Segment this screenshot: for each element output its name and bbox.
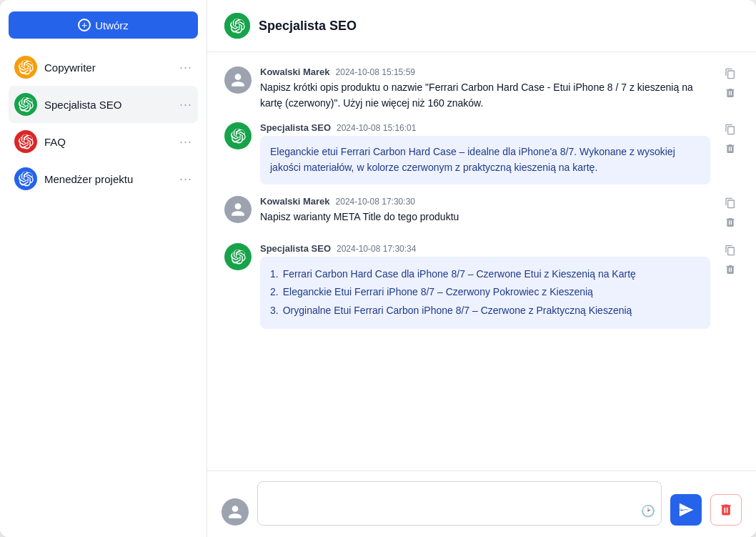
- message-avatar-m3: [224, 196, 252, 223]
- message-list: Ferrari Carbon Hard Case dla iPhone 8/7 …: [270, 265, 700, 320]
- chat-footer: 🕑: [207, 471, 756, 537]
- sidebar-item-icon-manager: [14, 167, 37, 190]
- message-author-m3: Kowalski Marek: [260, 196, 330, 207]
- message-bubble-m3: Napisz warianty META Title do tego produ…: [260, 210, 710, 225]
- main-panel: Specjalista SEO Kowalski Marek 2024-10-0…: [207, 0, 756, 537]
- history-button[interactable]: 🕑: [641, 504, 655, 518]
- sidebar-item-label-manager: Menedżer projektu: [44, 173, 172, 185]
- sidebar-item-label-seo: Specjalista SEO: [44, 99, 172, 111]
- sidebar-items-list: Copywriter ··· Specjalista SEO ··· FAQ ·…: [9, 49, 198, 197]
- copy-button-m2[interactable]: [722, 122, 739, 139]
- message-author-m4: Specjalista SEO: [260, 243, 331, 254]
- delete-button-m1[interactable]: [722, 86, 739, 102]
- sidebar-item-menu-seo[interactable]: ···: [179, 97, 192, 112]
- copy-button-m4[interactable]: [722, 243, 739, 260]
- message-author-m1: Kowalski Marek: [260, 66, 330, 77]
- message-time-m2: 2024-10-08 15:16:01: [337, 123, 416, 133]
- main-header-title: Specjalista SEO: [259, 19, 357, 34]
- app-container: + Utwórz Copywriter ··· Specjalista SEO …: [0, 0, 756, 537]
- message-time-m1: 2024-10-08 15:15:59: [336, 67, 415, 77]
- message-meta-m3: Kowalski Marek 2024-10-08 17:30:30: [260, 196, 710, 207]
- sidebar-item-icon-seo: [14, 93, 37, 116]
- create-button[interactable]: + Utwórz: [9, 11, 198, 39]
- main-header: Specjalista SEO: [207, 0, 756, 52]
- sidebar-item-seo[interactable]: Specjalista SEO ···: [9, 86, 198, 123]
- plus-circle-icon: +: [78, 19, 91, 31]
- sidebar: + Utwórz Copywriter ··· Specjalista SEO …: [0, 0, 207, 537]
- message-time-m3: 2024-10-08 17:30:30: [336, 197, 415, 207]
- message-author-m2: Specjalista SEO: [260, 122, 331, 133]
- message-row-m1: Kowalski Marek 2024-10-08 15:15:59 Napis…: [224, 66, 739, 111]
- message-actions-m3: [722, 196, 739, 232]
- sidebar-item-manager[interactable]: Menedżer projektu ···: [9, 160, 198, 197]
- message-meta-m4: Specjalista SEO 2024-10-08 17:30:34: [260, 243, 710, 254]
- clear-button[interactable]: [710, 494, 742, 526]
- message-bubble-m2: Eleganckie etui Ferrari Carbon Hard Case…: [260, 136, 710, 184]
- message-meta-m1: Kowalski Marek 2024-10-08 15:15:59: [260, 66, 710, 77]
- copy-button-m1[interactable]: [722, 66, 739, 83]
- sidebar-item-menu-manager[interactable]: ···: [179, 172, 192, 187]
- sidebar-item-menu-faq[interactable]: ···: [179, 134, 192, 149]
- sidebar-item-label-copywriter: Copywriter: [44, 61, 172, 74]
- sidebar-item-menu-copywriter[interactable]: ···: [179, 60, 192, 75]
- message-actions-m1: [722, 66, 739, 102]
- message-time-m4: 2024-10-08 17:30:34: [337, 244, 416, 254]
- message-actions-m2: [722, 122, 739, 158]
- message-meta-m2: Specjalista SEO 2024-10-08 15:16:01: [260, 122, 710, 133]
- sidebar-item-faq[interactable]: FAQ ···: [9, 123, 198, 160]
- message-input[interactable]: [258, 482, 661, 522]
- send-button[interactable]: [670, 494, 702, 526]
- message-content-m1: Kowalski Marek 2024-10-08 15:15:59 Napis…: [260, 66, 710, 111]
- create-button-label: Utwórz: [95, 19, 129, 31]
- message-avatar-m4: [224, 243, 252, 270]
- message-text: Eleganckie etui Ferrari Carbon Hard Case…: [270, 146, 675, 173]
- message-row-m2: Specjalista SEO 2024-10-08 15:16:01 Eleg…: [224, 122, 739, 184]
- sidebar-item-copywriter[interactable]: Copywriter ···: [9, 49, 198, 86]
- message-bubble-m1: Napisz krótki opis produktu o nazwie "Fe…: [260, 80, 710, 111]
- message-avatar-m2: [224, 122, 252, 149]
- message-text: Napisz krótki opis produktu o nazwie "Fe…: [260, 82, 693, 109]
- list-item: Oryginalne Etui Ferrari Carbon iPhone 8/…: [270, 302, 700, 320]
- message-content-m4: Specjalista SEO 2024-10-08 17:30:34 Ferr…: [260, 243, 710, 329]
- delete-button-m3[interactable]: [722, 215, 739, 232]
- message-content-m3: Kowalski Marek 2024-10-08 17:30:30 Napis…: [260, 196, 710, 225]
- sidebar-item-label-faq: FAQ: [44, 136, 172, 148]
- message-content-m2: Specjalista SEO 2024-10-08 15:16:01 Eleg…: [260, 122, 710, 184]
- header-icon: [224, 13, 250, 39]
- message-actions-m4: [722, 243, 739, 279]
- message-text: Napisz warianty META Title do tego produ…: [260, 211, 459, 222]
- sidebar-item-icon-copywriter: [14, 56, 37, 79]
- message-row-m3: Kowalski Marek 2024-10-08 17:30:30 Napis…: [224, 196, 739, 232]
- message-input-wrap: 🕑: [257, 481, 662, 526]
- sidebar-item-icon-faq: [14, 130, 37, 153]
- footer-user-avatar: [222, 498, 249, 526]
- message-row-m4: Specjalista SEO 2024-10-08 17:30:34 Ferr…: [224, 243, 739, 329]
- copy-button-m3[interactable]: [722, 196, 739, 212]
- list-item: Ferrari Carbon Hard Case dla iPhone 8/7 …: [270, 265, 700, 284]
- message-bubble-m4: Ferrari Carbon Hard Case dla iPhone 8/7 …: [260, 257, 710, 329]
- delete-button-m4[interactable]: [722, 262, 739, 279]
- delete-button-m2[interactable]: [722, 142, 739, 158]
- message-avatar-m1: [224, 66, 252, 94]
- list-item: Eleganckie Etui Ferrari iPhone 8/7 – Cze…: [270, 283, 700, 302]
- chat-area: Kowalski Marek 2024-10-08 15:15:59 Napis…: [207, 52, 756, 471]
